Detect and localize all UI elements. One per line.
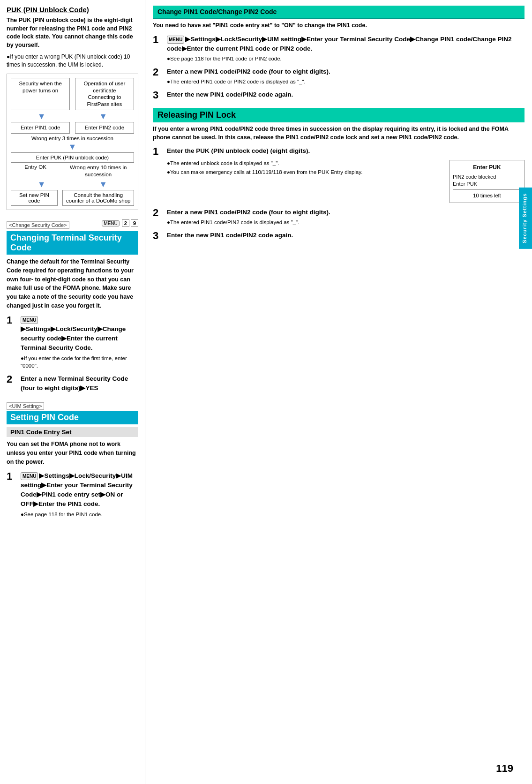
- diagram-wrong-entry: Wrong entry 3 times in succession: [11, 136, 134, 141]
- side-tab: Security Settings: [519, 188, 532, 249]
- uim-step-number-1: 1: [7, 471, 17, 482]
- cp-step1-title: MENU▶Settings▶Lock/Security▶UIM setting▶…: [167, 35, 525, 54]
- change-pin-step3: 3 Enter the new PIN1 code/PIN2 code agai…: [153, 90, 525, 100]
- releasing-step2: 2 Enter a new PIN1 code/PIN2 code (four …: [153, 208, 525, 226]
- diagram-set-new: Set new PIN code: [11, 190, 58, 206]
- cp-step-number-1: 1: [153, 35, 163, 45]
- change-security-section: <Change Security Code> MENU 2 9 Changing…: [7, 217, 138, 393]
- change-pin-step1: 1 MENU▶Settings▶Lock/Security▶UIM settin…: [153, 35, 525, 63]
- rel-step2-sub: ●The entered PIN1 code/PIN2 code is disp…: [167, 219, 525, 226]
- releasing-section: Releasing PIN Lock If you enter a wrong …: [153, 108, 525, 241]
- cp-step3-title: Enter the new PIN1 code/PIN2 code again.: [167, 90, 525, 99]
- uim-step1-title: MENU▶Settings▶Lock/Security▶UIM setting▶…: [21, 471, 138, 509]
- step2-title: Enter a new Terminal Security Code (four…: [21, 374, 138, 393]
- puk-display-title: Enter PUK: [453, 163, 521, 172]
- diagram-box-security: Security when the power turns on: [11, 78, 70, 111]
- releasing-header: Releasing PIN Lock: [153, 108, 525, 122]
- pin1-desc: You can set the FOMA phone not to work u…: [7, 440, 138, 466]
- uim-step1: 1 MENU▶Settings▶Lock/Security▶UIM settin…: [7, 471, 138, 518]
- change-pin-step2: 2 Enter a new PIN1 code/PIN2 code (four …: [153, 67, 525, 85]
- cp-step-number-3: 3: [153, 90, 163, 100]
- uim-section: <UIM Setting> Setting PIN Code PIN1 Code…: [7, 398, 138, 518]
- change-pin-header: Change PIN1 Code/Change PIN2 Code: [153, 6, 525, 19]
- rel-step1-sub2: ●You can make emergency calls at 110/119…: [167, 168, 445, 176]
- puk-display-box: Enter PUK PIN2 code blocked Enter PUK 10…: [450, 160, 525, 203]
- puk-title: PUK (PIN Unblock Code): [7, 6, 138, 14]
- menu-num2: 9: [131, 219, 138, 227]
- diagram-box-operation: Operation of user certificate Connecting…: [75, 78, 134, 111]
- releasing-step1: 1 Enter the PUK (PIN unblock code) (eigh…: [153, 146, 525, 203]
- puk-section: PUK (PIN Unblock Code) The PUK (PIN unbl…: [7, 6, 138, 210]
- uim-tag: <UIM Setting>: [7, 402, 44, 410]
- diagram-puk-box: Enter PUK (PIN unblock code): [11, 152, 134, 163]
- cp-step1-sub: ●See page 118 for the PIN1 code or PIN2 …: [167, 55, 525, 62]
- puk-bullet: ●If you enter a wrong PUK (PIN unblock c…: [7, 53, 138, 69]
- cp-step-number-2: 2: [153, 67, 163, 77]
- change-pin-desc: You need to have set "PIN1 code entry se…: [153, 22, 525, 30]
- rel-step1-sub1: ●The entered unblock code is displayed a…: [167, 159, 445, 167]
- step-number-1: 1: [7, 315, 17, 325]
- rel-step-number-2: 2: [153, 208, 163, 218]
- page-number: 119: [496, 762, 513, 775]
- rel-step-number-1: 1: [153, 146, 163, 157]
- change-pin-section: Change PIN1 Code/Change PIN2 Code You ne…: [153, 6, 525, 100]
- puk-display-line1: PIN2 code blocked Enter PUK: [453, 173, 521, 188]
- menu-icon-cp1: MENU: [167, 36, 184, 44]
- diagram-box-pin1: Enter PIN1 code: [11, 122, 70, 134]
- menu-icon-s1: MENU: [21, 316, 38, 324]
- change-security-step2: 2 Enter a new Terminal Security Code (fo…: [7, 374, 138, 393]
- arrow-down-2: ▼: [99, 112, 107, 121]
- pin1-subsection: PIN1 Code Entry Set: [7, 427, 138, 437]
- releasing-step3: 3 Enter the new PIN1 code/PIN2 code agai…: [153, 231, 525, 241]
- setting-pin-header: Setting PIN Code: [7, 411, 138, 424]
- cp-step2-sub: ●The entered PIN1 code or PIN2 code is d…: [167, 78, 525, 85]
- puk-body: The PUK (PIN unblock code) is the eight-…: [7, 16, 138, 49]
- step-number-2: 2: [7, 374, 17, 384]
- rel-step2-title: Enter a new PIN1 code/PIN2 code (four to…: [167, 208, 525, 217]
- diagram-consult: Consult the handling counter of a DoCoMo…: [62, 190, 134, 206]
- arrow-down-3: ▼: [68, 143, 77, 151]
- puk-diagram: Security when the power turns on Operati…: [7, 74, 138, 211]
- rel-step1-title: Enter the PUK (PIN unblock code) (eight …: [167, 146, 525, 156]
- diagram-wrong10: Wrong entry 10 times in succession: [62, 164, 134, 178]
- menu-key: MENU: [102, 220, 119, 226]
- change-security-tag: <Change Security Code>: [7, 221, 69, 229]
- rel-step3-title: Enter the new PIN1 code/PIN2 code again.: [167, 231, 525, 240]
- menu-icon-uim: MENU: [21, 472, 38, 480]
- diagram-box-pin2: Enter PIN2 code: [75, 122, 134, 134]
- uim-step1-sub: ●See page 118 for the PIN1 code.: [21, 511, 138, 518]
- change-security-step1: 1 MENU▶Settings▶Lock/Security▶Change sec…: [7, 315, 138, 369]
- change-security-header: Changing Terminal Security Code: [7, 231, 138, 255]
- arrow-down-1: ▼: [37, 112, 46, 121]
- change-security-desc: Change the default for the Terminal Secu…: [7, 257, 138, 310]
- diagram-entry-ok: Entry OK: [11, 164, 60, 178]
- cp-step2-title: Enter a new PIN1 code/PIN2 code (four to…: [167, 67, 525, 76]
- rel-step-number-3: 3: [153, 231, 163, 241]
- puk-display-bottom: 10 times left: [453, 192, 521, 200]
- arrow-down-4: ▼: [37, 180, 46, 188]
- step1-sub: ●If you enter the code for the first tim…: [21, 354, 138, 369]
- arrow-down-5: ▼: [99, 180, 107, 188]
- releasing-desc: If you enter a wrong PIN1 code/PIN2 code…: [153, 125, 525, 142]
- step1-title: MENU▶Settings▶Lock/Security▶Change secur…: [21, 315, 138, 353]
- menu-num1: 2: [122, 219, 129, 227]
